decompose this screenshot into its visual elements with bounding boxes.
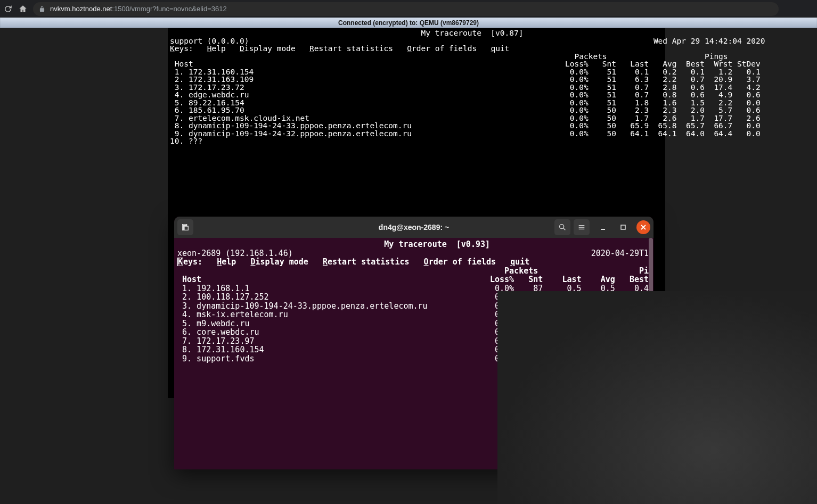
scrollbar[interactable] bbox=[649, 238, 653, 469]
minimize-button[interactable] bbox=[596, 220, 610, 234]
table-row: 1. 192.168.1.1 0.0% 87 0.5 0.5 0.4 0.6 0… bbox=[177, 284, 653, 293]
mtr-hops: 1. 192.168.1.1 0.0% 87 0.5 0.5 0.4 0.6 0… bbox=[177, 284, 653, 363]
table-row: 1. 172.31.160.154 0.0% 51 0.1 0.2 0.1 1.… bbox=[170, 68, 665, 76]
svg-rect-1 bbox=[601, 229, 605, 230]
scrollbar-thumb[interactable] bbox=[649, 238, 653, 302]
table-row: 9. dynamicip-109-194-24-32.pppoe.penza.e… bbox=[170, 130, 665, 138]
mtr-title: My traceroute [v0.93] bbox=[177, 240, 653, 249]
close-button[interactable] bbox=[636, 220, 650, 234]
mtr-host-line: xeon-2689 (192.168.1.46) 2020-04-29T19:4… bbox=[177, 249, 653, 258]
url-bar[interactable]: nvkvm.hoztnode.net:1500/vmmgr?func=novnc… bbox=[33, 2, 779, 16]
svg-rect-2 bbox=[621, 225, 625, 229]
table-row: 2. 172.31.163.109 0.0% 51 6.3 2.2 0.7 20… bbox=[170, 76, 665, 84]
url-text: nvkvm.hoztnode.net:1500/vmmgr?func=novnc… bbox=[50, 5, 227, 13]
mtr-hops: 1. 172.31.160.154 0.0% 51 0.1 0.2 0.1 1.… bbox=[170, 68, 665, 138]
table-row: 3. dynamicip-109-194-24-33.pppoe.penza.e… bbox=[177, 302, 653, 311]
svg-point-0 bbox=[560, 225, 564, 229]
table-row: 5. m9.webdc.ru 0.0% 86 73.1 73.9 72.9 10… bbox=[177, 319, 653, 328]
gnome-terminal-body[interactable]: My traceroute [v0.93] xeon-2689 (192.168… bbox=[174, 238, 653, 469]
table-row: 3. 172.17.23.72 0.0% 51 0.7 2.8 0.6 17.4… bbox=[170, 84, 665, 92]
page-body: My traceroute [v0.87] support (0.0.0.0) … bbox=[0, 28, 817, 504]
mtr-menu[interactable]: Keys: Help Display mode Restart statisti… bbox=[170, 45, 665, 53]
table-row: 6. core.webdc.ru 0.0% 86 108.3 79.6 73.2… bbox=[177, 328, 653, 337]
maximize-button[interactable] bbox=[616, 220, 630, 234]
mtr-last-hop: 10. ??? bbox=[170, 137, 665, 145]
table-row: 4. msk-ix.ertelecom.ru 0.0% 87 63.4 63.6… bbox=[177, 310, 653, 319]
mtr-host-line: support (0.0.0.0) Wed Apr 29 14:42:04 20… bbox=[170, 37, 665, 45]
reload-icon[interactable] bbox=[3, 4, 13, 14]
table-row: 4. edge.webdc.ru 0.0% 51 0.7 0.8 0.6 4.9… bbox=[170, 91, 665, 99]
table-row: 7. 172.17.23.97 0.0% 86 75.4 76.2 75.2 1… bbox=[177, 337, 653, 346]
mtr-header-cols: Host Loss% Snt Last Avg Best Wrst StDev bbox=[170, 60, 665, 68]
gnome-terminal-window: dn4g@xeon-2689: ~ My trace bbox=[174, 217, 653, 469]
mtr-header-groups: Packets Pings bbox=[177, 267, 653, 276]
browser-toolbar: nvkvm.hoztnode.net:1500/vmmgr?func=novnc… bbox=[0, 0, 817, 18]
mtr-title: My traceroute [v0.87] bbox=[170, 29, 665, 37]
table-row: 7. ertelecom.msk.cloud-ix.net 0.0% 50 1.… bbox=[170, 114, 665, 122]
gnome-titlebar[interactable]: dn4g@xeon-2689: ~ bbox=[174, 217, 653, 238]
vnc-status-banner: Connected (encrypted) to: QEMU (vm867972… bbox=[0, 18, 817, 28]
home-icon[interactable] bbox=[18, 4, 28, 14]
hamburger-menu-button[interactable] bbox=[574, 219, 590, 235]
table-row: 2. 100.118.127.252 0.0% 87 1.3 1.7 1.1 1… bbox=[177, 293, 653, 302]
mtr-menu[interactable]: Keys: Help Display mode Restart statisti… bbox=[177, 258, 653, 267]
table-row: 6. 185.61.95.70 0.0% 50 2.3 2.3 2.0 5.7 … bbox=[170, 106, 665, 114]
new-tab-button[interactable] bbox=[177, 219, 193, 235]
mtr-header-cols: Host Loss% Snt Last Avg Best Wrst StDev bbox=[177, 275, 653, 284]
mtr-header-groups: Packets Pings bbox=[170, 53, 665, 61]
lock-icon bbox=[38, 5, 46, 13]
search-button[interactable] bbox=[554, 219, 570, 235]
table-row: 5. 89.22.16.154 0.0% 51 1.8 1.6 1.5 2.2 … bbox=[170, 99, 665, 107]
table-row: 8. 172.31.160.154 0.0% 86 64.8 65.4 64.7… bbox=[177, 345, 653, 354]
table-row: 9. support.fvds 0.0% 86 64.9 65.4 64.7 9… bbox=[177, 354, 653, 363]
table-row: 8. dynamicip-109-194-24-33.pppoe.penza.e… bbox=[170, 122, 665, 130]
